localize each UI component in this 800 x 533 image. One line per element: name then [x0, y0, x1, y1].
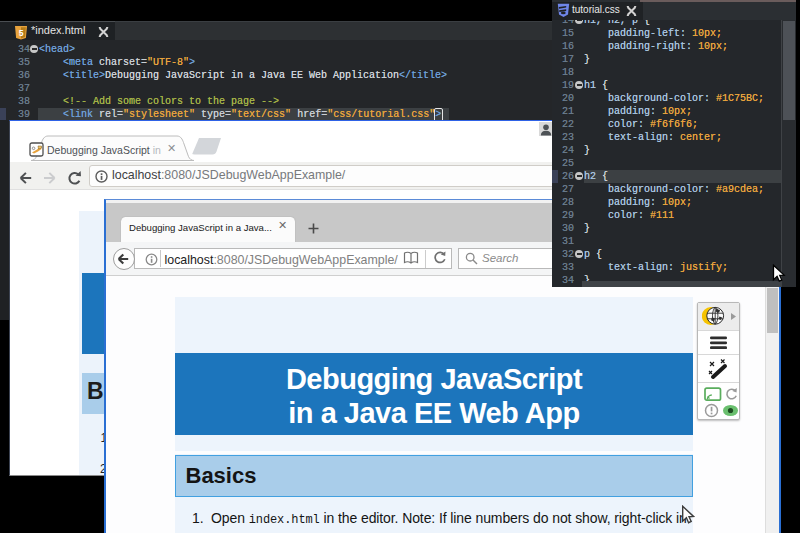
svg-text:5: 5: [19, 28, 24, 38]
